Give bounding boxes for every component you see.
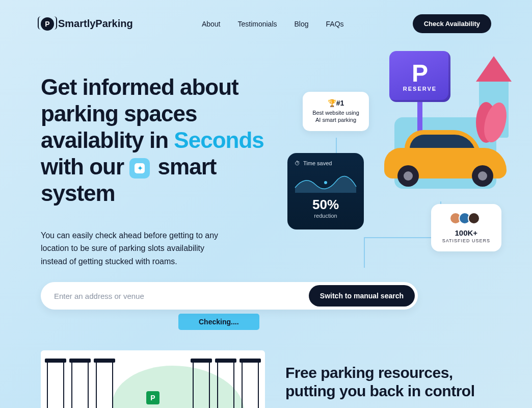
address-input[interactable] [54,292,309,300]
avatar-group-icon [442,212,490,224]
hero-illustration: 🏆#1 Best website using AI smart parking … [287,51,512,275]
time-chart-icon [295,172,357,193]
nav-about[interactable]: About [202,20,221,28]
lane-icon [71,361,89,408]
lane-icon [193,361,210,408]
users-count: 100K+ [442,228,490,237]
rank-card: 🏆#1 Best website using AI smart parking [303,92,369,131]
top-nav: P SmartlyParking About Testimonials Blog… [41,0,491,43]
logo-icon: P [41,17,54,31]
time-sub: reduction [295,213,357,219]
logo[interactable]: P SmartlyParking [41,17,133,31]
lane-icon [242,361,259,408]
parking-map-card: P 5 [41,350,265,408]
ai-chip-icon: ✦ [129,158,150,178]
svg-point-0 [324,181,327,184]
time-saved-label: ⏱ Time saved [295,160,357,166]
check-availability-button[interactable]: Check Availability [413,14,491,33]
lane-icon [96,361,113,408]
nav-faqs[interactable]: FAQs [326,20,344,28]
section2-title: Free parking resources, putting you back… [285,364,491,400]
lane-icon [47,361,64,408]
manual-search-button[interactable]: Switch to manual search [309,285,415,307]
parking-badge-icon: P [146,391,159,404]
users-sub: SATISFIED USERS [442,238,490,243]
lane-icon [217,361,234,408]
hero-title: Get informed about parking spaces availa… [41,74,280,207]
nav-links: About Testimonials Blog FAQs [202,20,344,28]
time-saved-card: ⏱ Time saved 50% reduction [287,153,364,230]
resources-section: P 5 Free parking resources, putting you … [41,350,491,408]
avatar-icon [468,212,480,224]
time-percent: 50% [295,197,357,213]
stopwatch-icon: ⏱ [295,160,300,166]
rank-text: Best website using AI smart parking [312,109,360,124]
users-card: 100K+ SATISFIED USERS [431,204,501,251]
car-icon [384,122,507,189]
hero-subtitle: You can easily check ahead before gettin… [41,229,224,268]
nav-testimonials[interactable]: Testimonials [237,20,277,28]
hero-title-line2: with our [41,154,124,179]
brand-name: SmartlyParking [58,18,133,30]
rank-badge: 🏆#1 [312,99,360,107]
checking-button[interactable]: Checking.... [178,314,259,330]
search-bar: Switch to manual search [41,282,418,310]
hero-title-highlight: Seconds [174,128,263,152]
nav-blog[interactable]: Blog [295,20,309,28]
